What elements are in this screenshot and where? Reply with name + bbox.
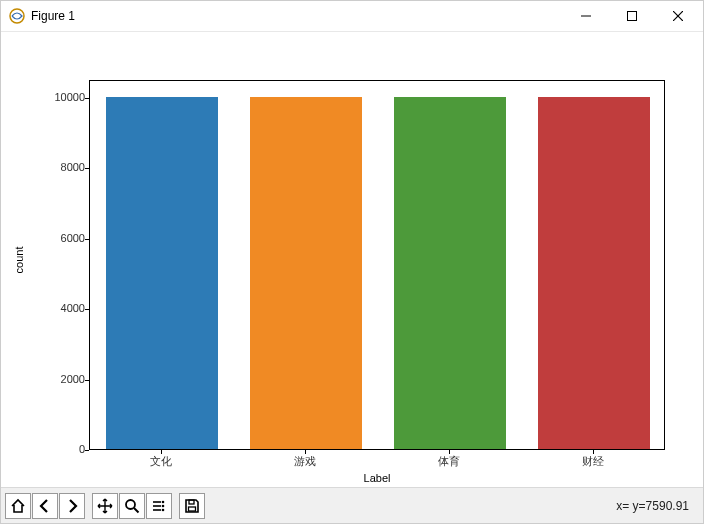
- save-icon[interactable]: [179, 493, 205, 519]
- svg-rect-2: [628, 12, 637, 21]
- pan-icon[interactable]: [92, 493, 118, 519]
- matplotlib-toolbar: x= y=7590.91: [1, 487, 703, 523]
- svg-point-10: [162, 500, 165, 503]
- y-tick-label: 0: [25, 443, 85, 455]
- y-tick-label: 2000: [25, 373, 85, 385]
- x-tick-label: 财经: [582, 454, 604, 469]
- bar: [250, 97, 362, 449]
- home-icon[interactable]: [5, 493, 31, 519]
- x-tick-label: 文化: [150, 454, 172, 469]
- forward-icon[interactable]: [59, 493, 85, 519]
- y-tick-label: 4000: [25, 302, 85, 314]
- close-button[interactable]: [655, 1, 701, 31]
- back-icon[interactable]: [32, 493, 58, 519]
- bar: [538, 97, 650, 449]
- y-axis-label: count: [13, 246, 25, 273]
- x-tick-label: 体育: [438, 454, 460, 469]
- bar: [106, 97, 218, 449]
- svg-rect-13: [189, 500, 194, 504]
- x-tick-label: 游戏: [294, 454, 316, 469]
- minimize-button[interactable]: [563, 1, 609, 31]
- svg-line-6: [134, 508, 139, 513]
- y-tick-label: 8000: [25, 161, 85, 173]
- app-icon: [9, 8, 25, 24]
- svg-point-11: [162, 504, 165, 507]
- y-tick-label: 6000: [25, 232, 85, 244]
- bar: [394, 97, 506, 449]
- maximize-button[interactable]: [609, 1, 655, 31]
- subplots-icon[interactable]: [146, 493, 172, 519]
- plot-area: [89, 80, 665, 450]
- cursor-status: x= y=7590.91: [616, 499, 689, 513]
- y-tick-label: 10000: [25, 91, 85, 103]
- figure-canvas[interactable]: count Label 0200040006000800010000文化游戏体育…: [1, 31, 703, 487]
- svg-rect-14: [189, 507, 196, 511]
- title-bar: Figure 1: [1, 1, 703, 31]
- svg-point-5: [126, 500, 135, 509]
- zoom-icon[interactable]: [119, 493, 145, 519]
- window-title: Figure 1: [31, 9, 75, 23]
- svg-point-12: [162, 508, 165, 511]
- x-axis-label: Label: [89, 472, 665, 484]
